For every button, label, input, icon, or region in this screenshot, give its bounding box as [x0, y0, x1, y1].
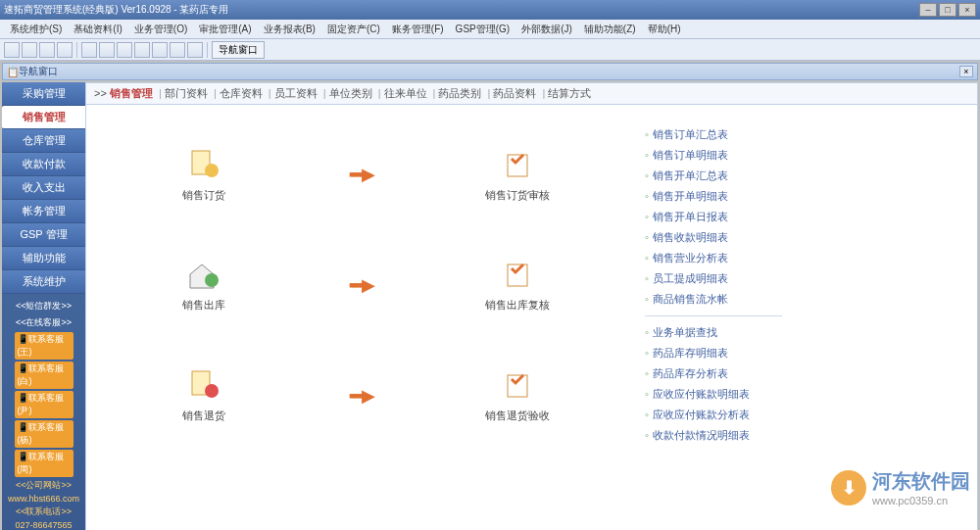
report-link[interactable]: ◦业务单据查找: [645, 322, 782, 343]
sidebar-item-sysmaint[interactable]: 系统维护: [2, 270, 85, 294]
sidebar-item-purchase[interactable]: 采购管理: [2, 82, 85, 106]
wf-sales-return-accept[interactable]: 销售退货验收: [459, 367, 576, 423]
tool-btn-7[interactable]: [117, 42, 132, 58]
nav-window-button[interactable]: 导航窗口: [212, 41, 265, 59]
tool-btn-2[interactable]: [22, 42, 37, 58]
sidebar: 采购管理 销售管理 仓库管理 收款付款 收入支出 帐务管理 GSP 管理 辅助功…: [2, 82, 85, 530]
sidebar-service-link[interactable]: <<在线客服>>: [2, 314, 85, 331]
tab-dept[interactable]: 部门资料: [165, 87, 208, 99]
menu-reports[interactable]: 业务报表(B): [258, 21, 321, 38]
report-link[interactable]: ◦药品库存分析表: [645, 363, 782, 384]
arrow-icon: ▪▪▪▪▶: [263, 274, 459, 296]
minimize-button[interactable]: –: [919, 3, 937, 17]
svg-point-1: [205, 164, 219, 177]
subwindow-icon: 📋: [7, 67, 19, 77]
watermark-url: www.pc0359.cn: [872, 495, 970, 506]
report-link[interactable]: ◦收款付款情况明细表: [645, 425, 782, 446]
tab-drugs[interactable]: 药品资料: [493, 87, 536, 99]
watermark: ⬇ 河东软件园 www.pc0359.cn: [831, 468, 970, 506]
tool-btn-1[interactable]: [4, 42, 20, 58]
wf-sales-out[interactable]: 销售出库: [145, 257, 263, 313]
menubar: 系统维护(S) 基础资料(I) 业务管理(O) 审批管理(A) 业务报表(B) …: [0, 20, 980, 39]
tool-btn-11[interactable]: [187, 42, 203, 58]
main-area: 采购管理 销售管理 仓库管理 收款付款 收入支出 帐务管理 GSP 管理 辅助功…: [2, 82, 978, 530]
report-link[interactable]: ◦销售收款明细表: [645, 227, 782, 248]
menu-approval[interactable]: 审批管理(A): [193, 21, 257, 38]
svg-rect-4: [508, 265, 527, 286]
menu-external[interactable]: 外部数据(J): [515, 21, 578, 38]
sidebar-item-income[interactable]: 收入支出: [2, 176, 85, 200]
report-link[interactable]: ◦销售开单日报表: [645, 207, 782, 227]
tool-btn-5[interactable]: [81, 42, 97, 58]
tab-settle[interactable]: 结算方式: [548, 87, 591, 99]
menu-system[interactable]: 系统维护(S): [4, 21, 68, 38]
tool-btn-3[interactable]: [39, 42, 55, 58]
sidebar-item-payment[interactable]: 收款付款: [2, 153, 85, 176]
tool-btn-10[interactable]: [170, 42, 185, 58]
tool-btn-4[interactable]: [57, 42, 73, 58]
menu-aux[interactable]: 辅助功能(Z): [578, 21, 642, 38]
sidebar-sms-link[interactable]: <<短信群发>>: [2, 298, 85, 314]
report-link[interactable]: ◦销售订单明细表: [645, 145, 782, 166]
sidebar-item-warehouse[interactable]: 仓库管理: [2, 129, 85, 153]
wf-sales-out-review[interactable]: 销售出库复核: [459, 257, 576, 313]
titlebar-text: 速拓商贸管理系统(经典版) Ver16.0928 - 某药店专用: [4, 3, 919, 17]
report-link[interactable]: ◦销售订单汇总表: [645, 124, 782, 145]
tool-btn-8[interactable]: [134, 42, 150, 58]
menu-basedata[interactable]: 基础资料(I): [68, 21, 127, 38]
report-link[interactable]: ◦应收应付账款明细表: [645, 384, 782, 405]
report-link[interactable]: ◦商品销售流水帐: [645, 289, 782, 310]
panel-divider: [645, 315, 782, 316]
tab-drugtype[interactable]: 药品类别: [438, 87, 481, 99]
menu-accounting[interactable]: 账务管理(F): [386, 21, 450, 38]
report-link[interactable]: ◦销售开单汇总表: [645, 166, 782, 186]
subwindow-titlebar: 📋 导航窗口 ×: [2, 63, 978, 80]
wf-label: 销售退货验收: [459, 409, 576, 423]
sidebar-contact-badge[interactable]: 📱联系客服(王): [15, 332, 74, 360]
sidebar-phone-number: 027-86647565: [2, 519, 85, 530]
toolbar-separator: [76, 42, 77, 58]
subwindow-close-button[interactable]: ×: [959, 66, 973, 77]
sidebar-contact-badge[interactable]: 📱联系客服(白): [15, 361, 74, 389]
wf-label: 销售出库: [145, 298, 263, 313]
tab-warehouse[interactable]: 仓库资料: [220, 87, 263, 99]
sidebar-item-sales[interactable]: 销售管理: [2, 106, 85, 129]
document-return-icon: [184, 367, 223, 403]
tab-contacts[interactable]: 往来单位: [384, 87, 427, 99]
sidebar-contact-badge[interactable]: 📱联系客服(尹): [15, 391, 74, 418]
tab-unittype[interactable]: 单位类别: [329, 87, 372, 99]
sidebar-contact-badge[interactable]: 📱联系客服(杨): [15, 420, 74, 448]
sidebar-item-gsp[interactable]: GSP 管理: [2, 223, 85, 247]
tool-btn-6[interactable]: [99, 42, 115, 58]
wf-sales-order[interactable]: 销售订货: [145, 147, 263, 203]
wf-sales-return[interactable]: 销售退货: [145, 367, 263, 423]
wf-label: 销售出库复核: [459, 298, 576, 313]
report-link[interactable]: ◦员工提成明细表: [645, 268, 782, 289]
sidebar-item-aux[interactable]: 辅助功能: [2, 247, 85, 270]
sidebar-contact-badge[interactable]: 📱联系客服(周): [15, 450, 74, 477]
sidebar-item-accounts[interactable]: 帐务管理: [2, 200, 85, 223]
menu-business[interactable]: 业务管理(O): [128, 21, 193, 38]
report-link[interactable]: ◦销售营业分析表: [645, 248, 782, 268]
menu-gsp[interactable]: GSP管理(G): [450, 21, 516, 38]
svg-rect-2: [508, 155, 527, 176]
report-link[interactable]: ◦销售开单明细表: [645, 186, 782, 207]
content-tabs: >> 销售管理 |部门资料 |仓库资料 |员工资料 |单位类别 |往来单位 |药…: [86, 83, 977, 105]
sidebar-website-url[interactable]: www.hbst666.com: [2, 493, 85, 505]
sidebar-website-label: <<公司网站>>: [2, 478, 85, 493]
toolbar-separator: [207, 42, 208, 58]
arrow-icon: ▪▪▪▪▶: [263, 164, 459, 185]
tool-btn-9[interactable]: [152, 42, 168, 58]
workflow-area: 销售订货 ▪▪▪▪▶ 销售订货审核 销售出库 ▪▪▪▪▶ 销售出库复核: [86, 105, 635, 465]
menu-assets[interactable]: 固定资产(C): [321, 21, 386, 38]
report-link[interactable]: ◦药品库存明细表: [645, 343, 782, 363]
wf-sales-order-audit[interactable]: 销售订货审核: [459, 147, 576, 203]
report-link[interactable]: ◦应收应付账款分析表: [645, 405, 782, 425]
menu-help[interactable]: 帮助(H): [642, 21, 687, 38]
tab-employee[interactable]: 员工资料: [274, 87, 318, 99]
watermark-name: 河东软件园: [872, 468, 970, 495]
close-button[interactable]: ×: [958, 3, 976, 17]
document-check-icon: [498, 147, 537, 182]
tab-active[interactable]: 销售管理: [110, 87, 153, 99]
maximize-button[interactable]: □: [939, 3, 956, 17]
